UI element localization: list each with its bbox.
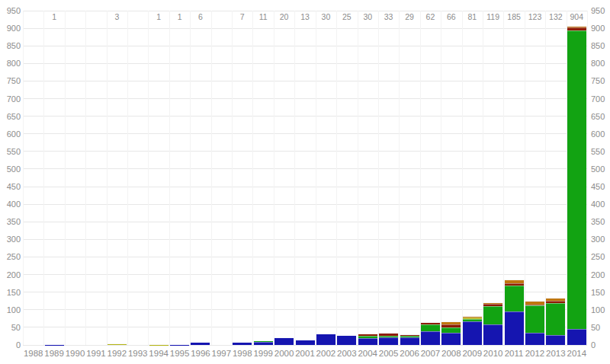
- y-tick-label: 900: [7, 24, 21, 33]
- bar-2013[interactable]: [546, 299, 565, 345]
- y-tick-label: 350: [591, 217, 605, 226]
- y-tick-label: 150: [7, 288, 21, 297]
- h-gridline: [23, 11, 587, 11]
- bar-2011[interactable]: [505, 280, 524, 345]
- bar-2007[interactable]: [421, 323, 440, 345]
- y-tick-label: 150: [591, 288, 605, 297]
- bar-segment-blue: [567, 329, 586, 345]
- bar-segment-blue: [379, 337, 398, 345]
- bar-2008[interactable]: [441, 322, 461, 345]
- v-gridline: [43, 11, 44, 345]
- y-tick-label: 600: [7, 129, 21, 139]
- bar-segment-blue: [191, 343, 210, 345]
- y-tick-label: 200: [591, 270, 605, 279]
- bar-segment-blue: [316, 334, 336, 345]
- v-gridline: [316, 11, 316, 345]
- bar-2012[interactable]: [525, 302, 544, 345]
- v-gridline: [127, 11, 128, 345]
- v-gridline: [274, 11, 274, 345]
- h-gridline: [23, 187, 587, 187]
- bar-segment-green: [421, 324, 440, 331]
- y-tick-label: 300: [7, 235, 21, 244]
- plot-area: 1988198911990199119923199319941199511996…: [23, 0, 587, 364]
- stacked-bar-chart: 1988198911990199119923199319941199511996…: [0, 0, 610, 364]
- bar-segment-dark-red: [525, 305, 544, 305]
- y-tick-label: 500: [7, 164, 21, 174]
- bar-2010[interactable]: [483, 303, 502, 345]
- y-tick-label: 850: [591, 41, 605, 50]
- bar-segment-dark-red: [567, 27, 586, 30]
- bar-segment-dark-red: [379, 334, 398, 336]
- bar-2009[interactable]: [463, 317, 482, 345]
- v-gridline: [441, 11, 441, 345]
- y-tick-label: 400: [7, 200, 21, 209]
- h-gridline: [23, 63, 587, 64]
- h-gridline: [23, 239, 587, 240]
- bar-1998[interactable]: [233, 343, 252, 345]
- y-tick-label: 100: [591, 305, 605, 315]
- bar-segment-orange: [441, 322, 461, 324]
- y-tick-label: 750: [591, 76, 605, 85]
- bar-2001[interactable]: [296, 340, 315, 345]
- h-gridline: [23, 222, 587, 222]
- bar-segment-green: [400, 335, 419, 337]
- h-gridline: [23, 204, 587, 205]
- bar-2000[interactable]: [274, 338, 294, 345]
- y-tick-label: 50: [591, 323, 600, 332]
- bar-1996[interactable]: [191, 343, 210, 345]
- h-gridline: [23, 28, 587, 29]
- bar-segment-blue: [337, 336, 356, 345]
- y-tick-label: 0: [16, 340, 21, 350]
- y-tick-label: 50: [11, 323, 21, 332]
- bar-segment-blue: [254, 342, 273, 345]
- y-tick-label: 250: [591, 252, 605, 261]
- y-tick-label: 350: [7, 217, 21, 226]
- bar-segment-olive: [108, 344, 127, 345]
- v-gridline: [587, 11, 588, 345]
- v-gridline: [148, 11, 149, 345]
- v-gridline: [107, 11, 108, 345]
- bar-2006[interactable]: [400, 335, 419, 345]
- y-tick-label: 450: [591, 182, 605, 191]
- bar-segment-orange: [525, 302, 544, 305]
- h-gridline: [23, 46, 587, 46]
- y-tick-label: 950: [591, 6, 605, 15]
- bar-2004[interactable]: [358, 334, 377, 345]
- bar-2003[interactable]: [337, 336, 356, 345]
- v-gridline: [545, 11, 546, 345]
- v-gridline: [232, 11, 233, 345]
- y-tick-label: 600: [591, 129, 605, 139]
- bar-segment-green: [379, 336, 398, 337]
- h-gridline: [23, 274, 587, 275]
- h-gridline: [23, 133, 587, 134]
- bar-2014[interactable]: [567, 27, 586, 345]
- h-gridline: [23, 168, 587, 169]
- y-tick-label: 450: [7, 182, 21, 191]
- y-tick-label: 400: [591, 200, 605, 209]
- bar-segment-dark-red: [441, 324, 461, 328]
- bar-segment-blue: [463, 321, 482, 345]
- bar-segment-dark-red: [483, 304, 502, 306]
- bar-segment-dark-red: [358, 334, 377, 335]
- bar-segment-olive: [463, 318, 482, 318]
- bar-segment-blue: [358, 338, 377, 345]
- bar-segment-green: [567, 30, 586, 329]
- bar-segment-blue: [421, 331, 440, 345]
- bar-2005[interactable]: [379, 334, 398, 345]
- bar-segment-blue: [274, 338, 294, 345]
- bar-1992[interactable]: [108, 344, 127, 345]
- bar-segment-green: [463, 319, 482, 321]
- y-tick-label: 0: [591, 340, 596, 350]
- h-gridline: [23, 116, 587, 117]
- y-tick-label: 900: [591, 24, 605, 33]
- y-tick-label: 550: [7, 147, 21, 156]
- bar-segment-blue: [441, 333, 461, 345]
- bar-segment-orange: [463, 317, 482, 318]
- v-gridline: [211, 11, 212, 345]
- v-gridline: [85, 11, 86, 345]
- bar-segment-dark-red: [421, 323, 440, 324]
- v-gridline: [525, 11, 525, 345]
- bar-segment-green: [546, 303, 565, 335]
- bar-2002[interactable]: [316, 334, 336, 345]
- bar-1999[interactable]: [254, 341, 273, 345]
